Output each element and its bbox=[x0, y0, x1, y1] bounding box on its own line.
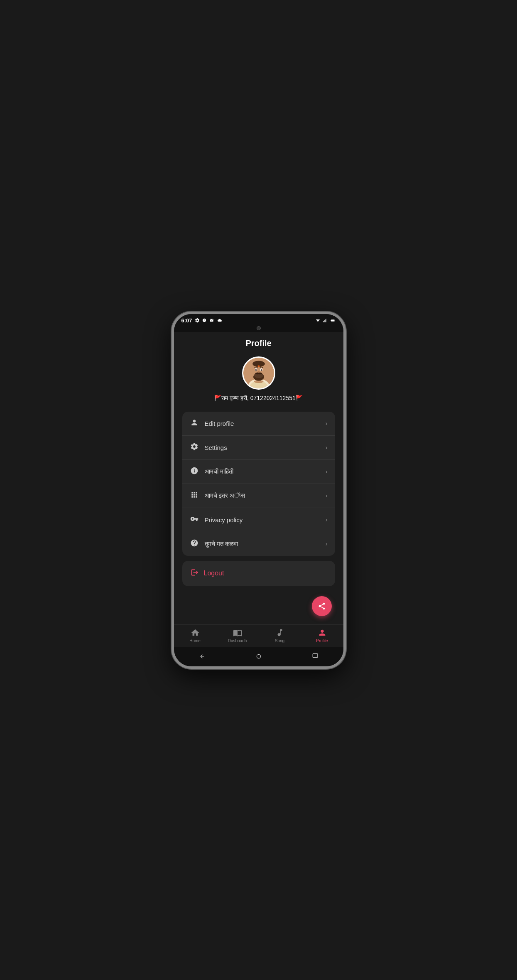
settings-label: Settings bbox=[205, 444, 320, 451]
avatar-section: 🚩राम कृष्ण हरी, 07122024112551🚩 bbox=[182, 356, 335, 402]
song-nav-label: Song bbox=[275, 639, 284, 643]
phone-frame: 6:07 Profile bbox=[172, 312, 346, 669]
svg-point-18 bbox=[256, 369, 256, 370]
settings-chevron: › bbox=[326, 444, 328, 451]
menu-item-about[interactable]: आमची माहिती › bbox=[182, 460, 335, 484]
page-title: Profile bbox=[182, 339, 335, 348]
mail-status-icon bbox=[209, 318, 214, 322]
book-nav-icon bbox=[233, 628, 242, 637]
nav-item-home[interactable]: Home bbox=[183, 628, 208, 643]
status-right-icons bbox=[315, 318, 336, 323]
android-nav-bar bbox=[174, 647, 343, 666]
bottom-nav: Home Dasboadh Song Profile bbox=[174, 624, 343, 647]
svg-rect-2 bbox=[325, 319, 325, 322]
svg-rect-25 bbox=[313, 653, 318, 657]
feedback-label: तुमचे मत कळवा bbox=[205, 540, 320, 548]
edit-profile-chevron: › bbox=[326, 420, 328, 427]
about-label: आमची माहिती bbox=[205, 468, 320, 475]
svg-point-13 bbox=[257, 372, 262, 374]
menu-item-other-apps[interactable]: आमचे इतर अॅप्स › bbox=[182, 484, 335, 508]
android-recent-button[interactable] bbox=[309, 651, 321, 662]
android-back-button[interactable] bbox=[196, 651, 208, 662]
menu-item-edit-profile[interactable]: Edit profile › bbox=[182, 412, 335, 436]
about-chevron: › bbox=[326, 468, 328, 475]
wifi-icon bbox=[315, 318, 321, 323]
logout-label: Logout bbox=[204, 570, 224, 577]
svg-point-19 bbox=[261, 369, 262, 370]
svg-rect-0 bbox=[323, 321, 323, 322]
avatar-wrapper bbox=[242, 356, 275, 390]
share-icon bbox=[318, 602, 326, 610]
svg-point-24 bbox=[257, 654, 260, 658]
feedback-chevron: › bbox=[326, 540, 328, 547]
song-nav-icon bbox=[275, 628, 284, 637]
dasboadh-nav-label: Dasboadh bbox=[228, 639, 247, 643]
avatar-image bbox=[243, 358, 274, 388]
status-time: 6:07 bbox=[181, 317, 192, 324]
menu-card: Edit profile › Settings › आमची माहिती › bbox=[182, 412, 335, 556]
svg-point-23 bbox=[257, 365, 260, 367]
nav-item-song[interactable]: Song bbox=[267, 628, 292, 643]
alert-status-icon bbox=[202, 318, 206, 323]
fab-area bbox=[182, 593, 335, 618]
svg-rect-1 bbox=[324, 320, 324, 322]
svg-rect-3 bbox=[326, 318, 326, 322]
logout-card: Logout bbox=[182, 561, 335, 586]
signal-icon bbox=[323, 318, 328, 323]
svg-point-16 bbox=[255, 369, 257, 371]
settings-icon bbox=[190, 442, 199, 453]
edit-profile-label: Edit profile bbox=[205, 420, 320, 427]
share-fab-button[interactable] bbox=[312, 596, 332, 616]
gear-status-icon bbox=[195, 318, 200, 323]
user-name: 🚩राम कृष्ण हरी, 07122024112551🚩 bbox=[214, 395, 303, 402]
privacy-policy-label: Privacy policy bbox=[205, 516, 320, 523]
home-nav-label: Home bbox=[189, 639, 201, 643]
logout-icon bbox=[191, 568, 199, 579]
camera-area bbox=[174, 325, 343, 332]
menu-item-feedback[interactable]: तुमचे मत कळवा › bbox=[182, 532, 335, 556]
privacy-policy-chevron: › bbox=[326, 516, 328, 523]
app-screen: Profile bbox=[174, 332, 343, 647]
menu-item-settings[interactable]: Settings › bbox=[182, 436, 335, 460]
svg-point-17 bbox=[260, 369, 262, 371]
logout-button[interactable]: Logout bbox=[182, 561, 335, 586]
home-nav-icon bbox=[191, 628, 200, 637]
other-apps-icon bbox=[190, 491, 199, 501]
camera-dot bbox=[257, 326, 261, 330]
cloud-status-icon bbox=[217, 318, 223, 322]
profile-nav-icon bbox=[318, 628, 327, 637]
nav-item-profile[interactable]: Profile bbox=[310, 628, 335, 643]
svg-point-20 bbox=[257, 371, 260, 373]
app-content: Profile bbox=[174, 332, 343, 624]
edit-profile-icon bbox=[190, 418, 199, 429]
privacy-policy-icon bbox=[190, 515, 199, 525]
menu-item-privacy-policy[interactable]: Privacy policy › bbox=[182, 508, 335, 532]
battery-icon bbox=[329, 318, 336, 323]
status-bar: 6:07 bbox=[174, 314, 343, 325]
svg-point-22 bbox=[264, 368, 267, 371]
android-home-button[interactable] bbox=[253, 651, 265, 662]
nav-item-dasboadh[interactable]: Dasboadh bbox=[225, 628, 250, 643]
other-apps-chevron: › bbox=[326, 492, 328, 499]
other-apps-label: आमचे इतर अॅप्स bbox=[205, 492, 320, 499]
profile-nav-label: Profile bbox=[316, 639, 328, 643]
feedback-icon bbox=[190, 539, 199, 549]
about-icon bbox=[190, 467, 199, 477]
svg-point-21 bbox=[250, 368, 253, 371]
